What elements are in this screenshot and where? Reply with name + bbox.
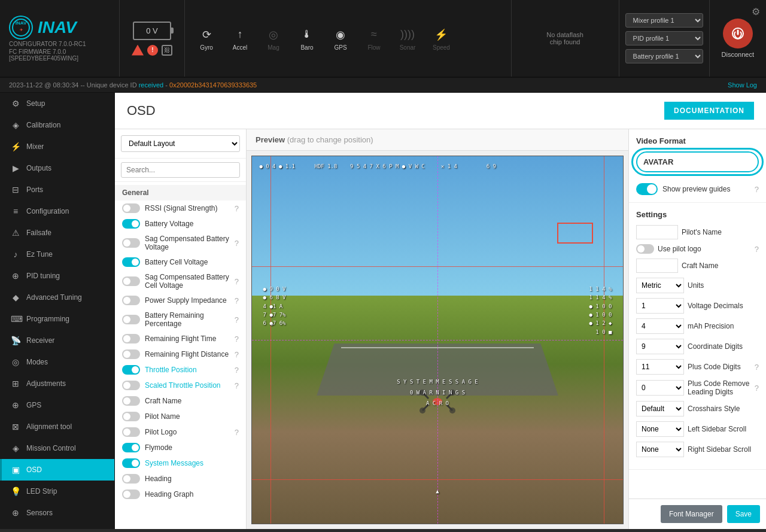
sidebar-item-outputs[interactable]: ▶ Outputs — [0, 157, 114, 179]
sidebar-item-programming[interactable]: ⌨ Programming — [0, 308, 114, 330]
layout-select[interactable]: Default Layout Layout 2 Layout 3 — [121, 135, 240, 152]
sidebar-label-ez-tune: Ez Tune — [26, 250, 53, 259]
osd-toggle-remaining-flight-time[interactable] — [122, 334, 140, 343]
sidebar-item-tethered-logging[interactable]: ⊟ Tethered Logging — [0, 524, 114, 529]
plus-code-remove-help[interactable]: ? — [755, 384, 759, 393]
osd-toggle-flymode[interactable] — [122, 443, 140, 452]
right-sidebar-select[interactable]: None Option 1 — [636, 442, 684, 457]
osd-toggle-system-messages[interactable] — [122, 458, 140, 468]
osd-help-remaining-flight-distance[interactable]: ? — [235, 350, 239, 359]
osd-toggle-scaled-throttle[interactable] — [122, 381, 140, 390]
osd-help-sag-cell-voltage[interactable]: ? — [235, 277, 239, 286]
osd-help-pilot-logo[interactable]: ? — [235, 428, 239, 437]
osd-toggle-heading-graph[interactable] — [122, 490, 140, 499]
osd-label-battery-remaining: Battery Remaining Percentage — [145, 311, 230, 328]
plus-code-digits-select[interactable]: 9 10 11 — [636, 359, 684, 375]
osd-toggle-sag-cell-voltage[interactable] — [122, 276, 140, 286]
osd-help-throttle-position[interactable]: ? — [235, 366, 239, 375]
sidebar-item-led-strip[interactable]: 💡 LED Strip — [0, 481, 114, 502]
sidebar-item-pid-tuning[interactable]: ⊕ PID tuning — [0, 265, 114, 287]
show-log-link[interactable]: Show Log — [728, 81, 757, 89]
flow-sensor[interactable]: ≈ Flow — [358, 22, 390, 56]
osd-item-rssi: RSSI (Signal Strength) ? — [115, 200, 246, 216]
osd-item-flymode: Flymode — [115, 440, 246, 455]
font-manager-button[interactable]: Font Manager — [661, 505, 722, 523]
settings-gear-icon[interactable]: ⚙ — [752, 6, 760, 17]
osd-toggle-craft-name[interactable] — [122, 396, 140, 406]
use-pilot-logo-help[interactable]: ? — [755, 245, 759, 254]
save-button[interactable]: Save — [727, 505, 760, 523]
sidebar-item-gps[interactable]: ⊕ GPS — [0, 394, 114, 416]
plus-code-digits-help[interactable]: ? — [755, 363, 759, 372]
sidebar-item-adjustments[interactable]: ⊞ Adjustments — [0, 373, 114, 394]
coordinate-digits-select[interactable]: 9 10 11 — [636, 339, 684, 354]
osd-help-rssi[interactable]: ? — [235, 204, 239, 213]
osd-toggle-heading[interactable] — [122, 474, 140, 484]
sidebar-item-calibration[interactable]: ◈ Calibration — [0, 114, 114, 136]
voltage-decimals-select[interactable]: 1 2 — [636, 298, 684, 314]
preview-canvas[interactable]: ● 0 4 ● 1.1 HDF 1.8 9 5 4 7 X 6 P M ● V … — [251, 156, 624, 524]
mag-sensor[interactable]: ◎ Mag — [258, 22, 289, 56]
gyro-sensor[interactable]: ⟳ Gyro — [191, 22, 222, 56]
sidebar-item-advanced-tuning[interactable]: ◆ Advanced Tuning — [0, 287, 114, 308]
sidebar-item-ez-tune[interactable]: ♪ Ez Tune — [0, 244, 114, 265]
baro-sensor[interactable]: 🌡 Baro — [291, 22, 323, 56]
svg-text:✈: ✈ — [20, 28, 23, 32]
osd-help-remaining-flight-time[interactable]: ? — [235, 335, 239, 343]
sidebar-item-failsafe[interactable]: ⚠ Failsafe — [0, 222, 114, 244]
video-format-select[interactable]: NTSC PAL AUTO AVATAR — [636, 151, 759, 172]
sidebar-label-alignment-tool: Alignment tool — [26, 422, 72, 431]
settings-title: Settings — [636, 210, 759, 219]
battery-profile-select[interactable]: Battery profile 1 — [625, 49, 703, 63]
crosshairs-style-select[interactable]: Default Style 1 Style 2 — [636, 401, 684, 417]
voltage-decimals-label: Voltage Decimals — [688, 302, 759, 310]
osd-selected-box[interactable] — [557, 223, 593, 244]
speed-sensor[interactable]: ⚡ Speed — [425, 22, 457, 56]
mixer-profile-select[interactable]: Mixer profile 1 — [625, 13, 703, 28]
pid-profile-select[interactable]: PID profile 1 — [625, 31, 703, 45]
osd-toggle-power-supply-impedance[interactable] — [122, 296, 140, 305]
mah-precision-select[interactable]: 1 2 3 4 — [636, 318, 684, 334]
accel-sensor[interactable]: ↑ Accel — [224, 22, 256, 56]
plus-code-remove-select[interactable]: 0 1 2 — [636, 380, 684, 396]
left-sidebar-select[interactable]: None Option 1 — [636, 421, 684, 437]
units-select[interactable]: Metric Imperial — [636, 278, 684, 293]
osd-toggle-battery-cell-voltage[interactable] — [122, 257, 140, 267]
osd-toggle-throttle-position[interactable] — [122, 365, 140, 375]
documentation-button[interactable]: DOCUMENTATION — [664, 102, 754, 120]
sidebar-item-configuration[interactable]: ≡ Configuration — [0, 200, 114, 222]
osd-help-sag-battery-voltage[interactable]: ? — [235, 239, 239, 248]
sonar-sensor[interactable]: )))) Sonar — [392, 22, 423, 56]
sidebar-item-osd[interactable]: ▣ OSD — [0, 459, 114, 481]
osd-toggle-battery-remaining[interactable] — [122, 315, 140, 324]
sidebar-item-alignment-tool[interactable]: ⊠ Alignment tool — [0, 416, 114, 437]
battery-widget: 0 V ! ⛓ — [120, 0, 185, 77]
osd-help-power-supply-impedance[interactable]: ? — [235, 296, 239, 305]
osd-toggle-rssi[interactable] — [122, 203, 140, 213]
sidebar-item-setup[interactable]: ⚙ Setup — [0, 93, 114, 114]
osd-toggle-battery-voltage[interactable] — [122, 219, 140, 229]
sidebar-item-receiver[interactable]: 📡 Receiver — [0, 330, 114, 351]
osd-help-battery-remaining[interactable]: ? — [235, 315, 239, 324]
show-preview-help[interactable]: ? — [755, 185, 759, 194]
sidebar-item-ports[interactable]: ⊟ Ports — [0, 179, 114, 200]
show-preview-toggle[interactable] — [636, 183, 658, 195]
gps-sensor[interactable]: ◉ GPS — [325, 22, 356, 56]
osd-help-scaled-throttle[interactable]: ? — [235, 381, 239, 390]
sidebar-item-modes[interactable]: ◎ Modes — [0, 351, 114, 373]
osd-toggle-remaining-flight-distance[interactable] — [122, 349, 140, 359]
search-input[interactable] — [121, 162, 240, 178]
sidebar-item-mixer[interactable]: ⚡ Mixer — [0, 136, 114, 157]
use-pilot-logo-toggle[interactable] — [636, 244, 654, 254]
osd-toggle-sag-battery-voltage[interactable] — [122, 238, 140, 248]
sidebar-item-sensors[interactable]: ⊕ Sensors — [0, 502, 114, 524]
sidebar-item-mission-control[interactable]: ◈ Mission Control — [0, 437, 114, 459]
osd-toggle-pilot-name[interactable] — [122, 412, 140, 421]
pilots-name-input[interactable] — [636, 225, 678, 239]
craft-name-input[interactable] — [636, 259, 678, 273]
layout-select-row: Default Layout Layout 2 Layout 3 — [115, 129, 246, 159]
receiver-icon: 📡 — [11, 336, 20, 345]
disconnect-button[interactable] — [723, 19, 753, 48]
voltage-decimals-row: 1 2 Voltage Decimals — [636, 298, 759, 314]
osd-toggle-pilot-logo[interactable] — [122, 427, 140, 437]
